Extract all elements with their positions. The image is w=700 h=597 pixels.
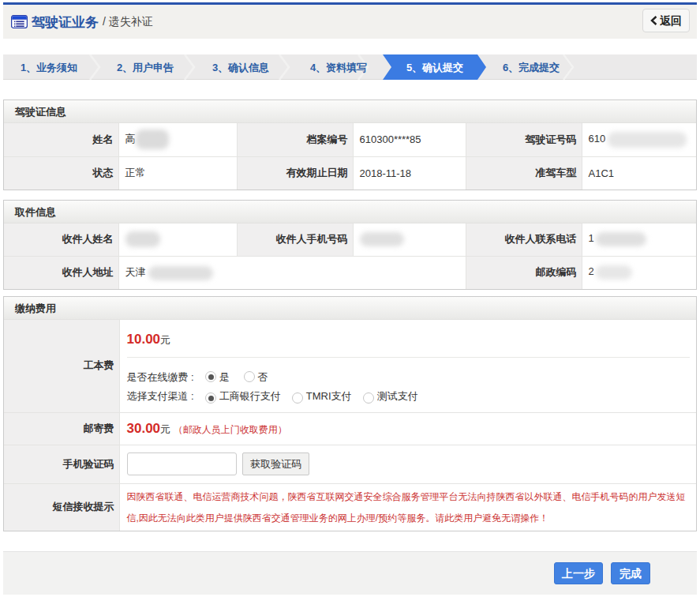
svg-text:3、确认信息: 3、确认信息 bbox=[212, 62, 269, 73]
svg-text:6、完成提交: 6、完成提交 bbox=[503, 62, 560, 73]
svg-text:2、用户申告: 2、用户申告 bbox=[117, 62, 174, 73]
svg-text:5、确认提交: 5、确认提交 bbox=[406, 62, 463, 73]
svg-text:4、资料填写: 4、资料填写 bbox=[310, 62, 367, 73]
svg-text:1、业务须知: 1、业务须知 bbox=[21, 62, 77, 73]
